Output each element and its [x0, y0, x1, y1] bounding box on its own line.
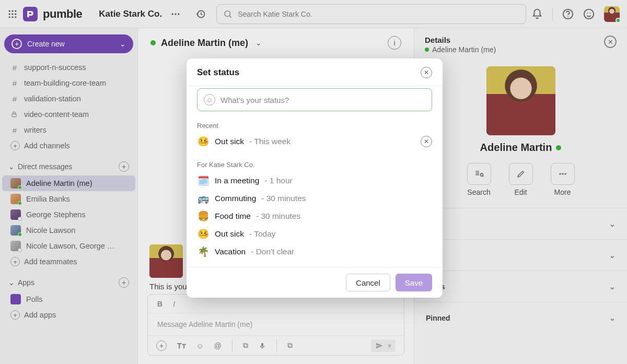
recent-label: Recent — [197, 122, 432, 130]
status-duration: - Today — [249, 229, 276, 239]
save-label: Save — [405, 278, 423, 287]
modal-title: Set status — [197, 67, 239, 78]
status-text: Vacation — [215, 247, 246, 256]
status-suggestion[interactable]: 🍔 Food time - 30 minutes — [197, 207, 432, 225]
status-emoji: 🚌 — [197, 193, 210, 204]
status-suggestion[interactable]: 🤒 Out sick - This week ✕ — [197, 133, 432, 150]
close-modal-icon[interactable]: ✕ — [421, 67, 432, 78]
status-suggestion[interactable]: 🗓️ In a meeting - 1 hour — [197, 172, 432, 190]
emoji-picker-icon[interactable]: ☺ — [204, 94, 215, 105]
status-duration: - This week — [249, 137, 291, 146]
status-duration: - 1 hour — [264, 176, 292, 185]
status-text: In a meeting — [215, 176, 259, 185]
save-button[interactable]: Save — [396, 274, 432, 291]
status-input[interactable]: ☺ — [197, 88, 432, 111]
status-emoji: 🤒 — [197, 228, 210, 240]
status-suggestion[interactable]: 🌴 Vacation - Don't clear — [197, 243, 432, 261]
set-status-modal: Set status ✕ ☺ Recent 🤒 Out sick - This … — [187, 58, 443, 298]
cancel-button[interactable]: Cancel — [346, 274, 390, 291]
remove-status-icon[interactable]: ✕ — [421, 136, 432, 147]
status-text-field[interactable] — [220, 96, 425, 104]
status-emoji: 🤒 — [197, 136, 210, 147]
cancel-label: Cancel — [356, 278, 380, 287]
status-text: Food time — [215, 212, 251, 221]
status-text: Commuting — [215, 194, 256, 203]
org-label: For Katie Stark Co. — [197, 161, 432, 169]
status-suggestion[interactable]: 🤒 Out sick - Today — [197, 225, 432, 243]
status-duration: - 30 minutes — [256, 212, 300, 221]
status-text: Out sick — [215, 229, 244, 239]
status-text: Out sick — [215, 137, 244, 146]
status-emoji: 🍔 — [197, 210, 210, 222]
status-duration: - Don't clear — [251, 247, 294, 256]
status-emoji: 🗓️ — [197, 175, 210, 186]
status-emoji: 🌴 — [197, 246, 210, 257]
status-duration: - 30 minutes — [261, 194, 306, 203]
status-suggestion[interactable]: 🚌 Commuting - 30 minutes — [197, 190, 432, 207]
